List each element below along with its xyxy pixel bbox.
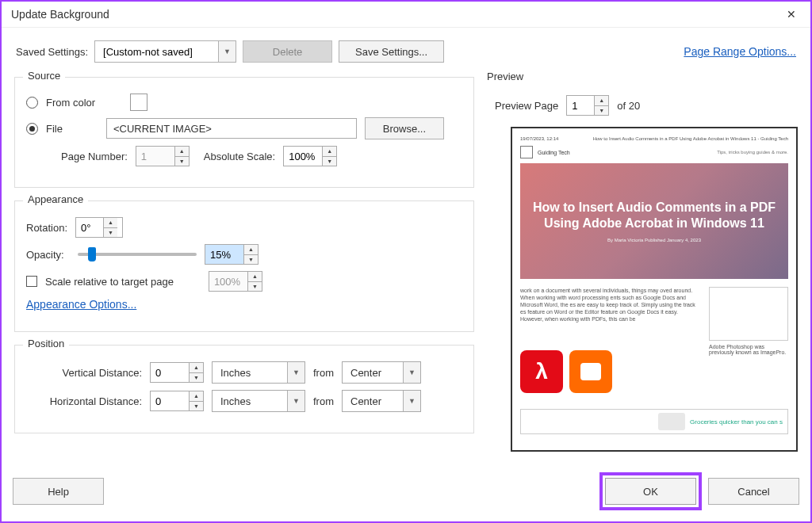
preview-page-total: of 20	[617, 100, 640, 112]
chevron-up-icon: ▲	[248, 272, 262, 282]
vertical-unit-select[interactable]: Inches▼	[212, 361, 305, 384]
horizontal-ref-select[interactable]: Center▼	[342, 390, 421, 412]
source-legend: Source	[23, 70, 65, 82]
preview-page-label: Preview Page	[495, 100, 558, 112]
rotation-spinner[interactable]: ▲▼	[75, 217, 123, 238]
from-label: from	[313, 367, 334, 379]
saved-settings-label: Saved Settings:	[16, 46, 88, 58]
page-number-label: Page Number:	[61, 151, 128, 162]
chevron-up-icon[interactable]: ▲	[104, 218, 117, 228]
absolute-scale-label: Absolute Scale:	[204, 151, 275, 162]
close-icon[interactable]: ✕	[782, 8, 801, 21]
window-title: Update Background	[11, 8, 109, 21]
cancel-button[interactable]: Cancel	[708, 478, 799, 505]
from-color-label: From color	[46, 97, 95, 109]
audio-icon	[569, 350, 612, 393]
chevron-up-icon[interactable]: ▲	[323, 147, 336, 157]
from-label: from	[313, 395, 334, 407]
position-legend: Position	[23, 338, 69, 349]
ok-button[interactable]: OK	[605, 478, 696, 505]
vertical-ref-select[interactable]: Center▼	[342, 361, 421, 384]
chevron-down-icon[interactable]: ▼	[244, 255, 258, 265]
chevron-down-icon[interactable]: ▼	[104, 228, 117, 238]
delete-button[interactable]: Delete	[243, 40, 332, 63]
chevron-down-icon[interactable]: ▼	[323, 157, 336, 166]
preview-panel: Preview Preview Page ▲▼ of 20 19/07/2023…	[487, 71, 798, 452]
vertical-distance-label: Vertical Distance:	[42, 367, 142, 379]
appearance-options-link[interactable]: Appearance Options...	[26, 298, 136, 311]
page-range-options-link[interactable]: Page Range Options...	[684, 45, 796, 58]
chevron-down-icon[interactable]: ▼	[175, 157, 189, 166]
chevron-up-icon[interactable]: ▲	[244, 245, 258, 255]
logo-icon	[520, 146, 533, 158]
chevron-down-icon: ▼	[248, 282, 262, 292]
chevron-up-icon[interactable]: ▲	[175, 147, 189, 157]
file-radio[interactable]	[26, 123, 38, 135]
pdf-icon: λ	[520, 350, 563, 393]
scale-relative-spinner: ▲▼	[209, 271, 262, 292]
rotation-label: Rotation:	[26, 222, 67, 234]
position-group: Position Vertical Distance: ▲▼ Inches▼ f…	[14, 345, 474, 433]
browse-button[interactable]: Browse...	[365, 117, 444, 139]
opacity-slider[interactable]	[78, 253, 197, 256]
file-label: File	[46, 123, 63, 135]
opacity-spinner[interactable]: ▲▼	[205, 244, 259, 265]
saved-settings-dropdown[interactable]: ▼	[94, 40, 236, 63]
color-swatch[interactable]	[130, 94, 147, 111]
opacity-label: Opacity:	[26, 249, 70, 261]
preview-legend: Preview	[487, 71, 798, 87]
file-path-field[interactable]: <CURRENT IMAGE>	[106, 118, 357, 139]
source-group: Source From color File <CURRENT IMAGE> B…	[14, 77, 474, 188]
preview-page-spinner[interactable]: ▲▼	[566, 95, 609, 116]
horizontal-unit-select[interactable]: Inches▼	[212, 390, 305, 412]
preview-document: 19/07/2023, 12:14How to Insert Audio Com…	[511, 127, 798, 452]
horizontal-distance-spinner[interactable]: ▲▼	[150, 391, 204, 411]
ad-banner: Groceries quicker than you can s	[520, 409, 788, 434]
appearance-legend: Appearance	[23, 193, 88, 205]
page-number-spinner[interactable]: ▲▼	[136, 146, 190, 166]
vertical-distance-spinner[interactable]: ▲▼	[150, 362, 204, 383]
save-settings-button[interactable]: Save Settings...	[339, 40, 444, 63]
from-color-radio[interactable]	[26, 97, 38, 109]
scale-relative-checkbox[interactable]	[26, 276, 37, 287]
scale-relative-label: Scale relative to target page	[45, 276, 174, 288]
absolute-scale-spinner[interactable]: ▲▼	[283, 146, 337, 166]
horizontal-distance-label: Horizontal Distance:	[42, 395, 142, 407]
chevron-down-icon[interactable]: ▼	[218, 41, 236, 62]
appearance-group: Appearance Rotation: ▲▼ Opacity: ▲▼ Scal…	[14, 200, 474, 332]
help-button[interactable]: Help	[13, 478, 104, 505]
saved-settings-value[interactable]	[95, 41, 218, 62]
